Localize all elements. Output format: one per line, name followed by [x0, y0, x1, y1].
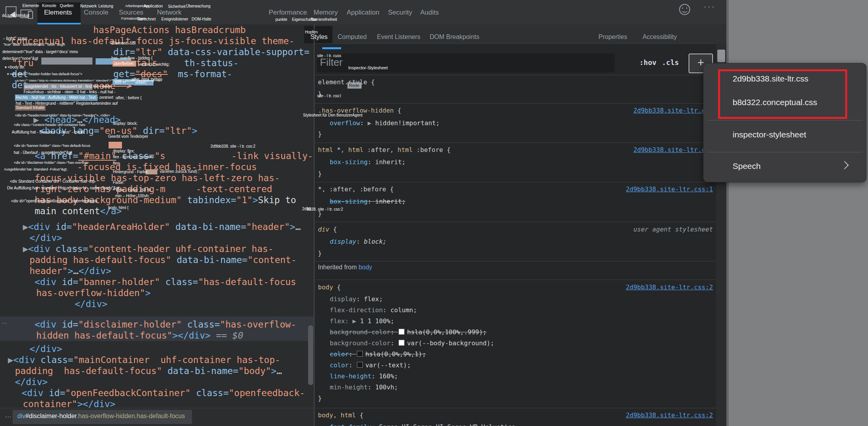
style-declaration[interactable]: *, :after, :before {: [318, 185, 394, 194]
dom-tree-node[interactable]: </div>: [30, 232, 62, 243]
dom-tree-node[interactable]: header">…</div>: [30, 265, 111, 276]
code-segment: *, :after, :before: [318, 185, 386, 193]
breadcrumb-overflow-icon[interactable]: …: [5, 411, 12, 419]
stylesheet-link[interactable]: 2d9bb338.site-ltr.css:1: [626, 185, 713, 194]
stylesheet-link[interactable]: 2d9bb338.site-ltr.css:2: [626, 283, 713, 292]
style-declaration[interactable]: background-color: hsla(0,0%,100%,.999);: [330, 328, 487, 337]
dom-tree-node[interactable]: ▶<div class="content-header uhf-containe…: [23, 243, 273, 254]
stylesheet-link[interactable]: 2d9bb338.site-ltr.css: [633, 146, 713, 154]
style-declaration[interactable]: overflow: ▶ hidden!important;: [330, 119, 440, 128]
sidebar-tab-accessibility[interactable]: Accessibility: [643, 33, 677, 41]
code-segment: :: [390, 328, 398, 336]
style-declaration[interactable]: html *, html :after, html :before {: [318, 146, 451, 154]
dom-tree-node[interactable]: hidden has-default-focus"></div> == $0: [36, 330, 243, 341]
rule-separator: [315, 143, 716, 143]
stylesheet-link[interactable]: 2d9bb338.site-ltr.css: [633, 106, 713, 115]
sidebar-tab-properties[interactable]: Properties: [598, 33, 627, 41]
style-declaration[interactable]: background-color: var(--body-background)…: [330, 339, 494, 348]
style-declaration[interactable]: flex-direction: column;: [330, 306, 417, 315]
style-declaration[interactable]: }: [318, 130, 322, 139]
dom-tree-node[interactable]: </div>: [15, 376, 48, 387]
style-declaration[interactable]: display: flex;: [330, 295, 383, 304]
style-declaration[interactable]: }: [318, 394, 322, 403]
code-segment: background-color: [330, 339, 390, 347]
dom-tree-node[interactable]: padding has-default-focus" data-bi-name=…: [15, 365, 282, 376]
inherited-body-link[interactable]: body: [358, 264, 372, 270]
dom-tree-node[interactable]: container"></div>: [23, 398, 115, 409]
dom-tree-node[interactable]: <div id="openFeedbackContainer" class="o…: [22, 387, 305, 398]
sidebar-tab-styles[interactable]: Styles: [310, 33, 328, 41]
code-segment: </div>: [178, 330, 211, 341]
style-declaration[interactable]: color: hsla(0,0%,9%,1);: [330, 350, 426, 359]
style-declaration[interactable]: element.style {: [318, 78, 375, 87]
style-declaration[interactable]: font-family: Segoe UI,Segoe UI,Segoe WP,…: [330, 423, 515, 426]
tab-performance[interactable]: Performance: [269, 9, 307, 17]
style-declaration[interactable]: div {: [318, 225, 337, 234]
dom-tree-node[interactable]: <div id="banner-holder" class="has-defau…: [35, 276, 296, 287]
tab-sources[interactable]: Sources: [119, 9, 143, 17]
code-segment: var(--text);: [365, 361, 411, 369]
style-declaration[interactable]: body {: [318, 283, 341, 292]
style-declaration[interactable]: flex: ▶ 1 1 100%;: [330, 317, 394, 326]
dom-tree-node[interactable]: ▶<div class="mainContainer uhf-container…: [8, 354, 280, 365]
style-declaration[interactable]: display: block;: [330, 237, 387, 246]
code-segment: min-height: [330, 383, 368, 391]
dom-tree-node[interactable]: ms-format-: [178, 69, 232, 80]
translation-overlay-text: versteckt! wichtig;: [139, 62, 170, 67]
tab-memory[interactable]: Memory: [314, 9, 338, 17]
style-declaration[interactable]: color: var(--text);: [330, 361, 411, 370]
dom-tree-node[interactable]: -link visually-: [231, 150, 313, 161]
translation-overlay-text: :after, : before {: [115, 96, 142, 100]
sidebar-tab-event-listeners[interactable]: Event Listeners: [377, 33, 420, 41]
code-segment: header": [30, 266, 68, 276]
dom-tree-node[interactable]: padding has-default-focus" data-bi-name=…: [30, 254, 297, 265]
tab-application[interactable]: Application: [347, 9, 379, 17]
style-declaration[interactable]: }: [318, 249, 322, 258]
more-menu-icon[interactable]: ···: [704, 2, 716, 12]
breadcrumb-classes: .has-overflow-hidden.has-default-focus: [76, 413, 185, 419]
color-swatch[interactable]: [357, 362, 363, 368]
tab-console[interactable]: Console: [84, 9, 108, 17]
code-segment: 160%;: [379, 372, 398, 380]
code-segment: display: [330, 238, 356, 245]
styles-scrollbar-thumb[interactable]: [717, 50, 725, 62]
style-declaration[interactable]: line-height: 160%;: [330, 372, 398, 381]
menu-item-speech[interactable]: Speech: [733, 161, 761, 171]
style-declaration[interactable]: box-sizing: inherit;: [330, 197, 406, 206]
color-swatch[interactable]: [357, 351, 363, 357]
breadcrumb[interactable]: div#disclaimer-holder.has-overflow-hidde…: [17, 413, 185, 420]
tab-security[interactable]: Security: [388, 9, 412, 17]
color-swatch[interactable]: [399, 329, 404, 335]
panel-divider[interactable]: [314, 24, 315, 426]
style-declaration[interactable]: min-height: 100vh;: [330, 383, 398, 392]
style-declaration[interactable]: body, html {: [318, 411, 364, 420]
code-segment: html: [318, 146, 333, 154]
tab-elements[interactable]: Elements: [44, 9, 72, 17]
tab-network[interactable]: Network: [157, 9, 181, 17]
color-swatch[interactable]: [399, 340, 404, 346]
dom-tree-node[interactable]: hasPageActions hasBreadcrumb: [93, 24, 246, 35]
dom-tree-node[interactable]: has-overflow-hidden">: [36, 287, 151, 298]
dom-tree-node[interactable]: <div id="disclaimer-holder" class="has-o…: [35, 319, 296, 330]
dom-tree-node[interactable]: -text-centered: [196, 183, 272, 194]
dom-tree-node[interactable]: </div>: [75, 298, 107, 309]
dom-tree-node[interactable]: th-status-: [184, 57, 238, 69]
elements-scrollbar-thumb[interactable]: [308, 325, 313, 385]
code-segment: ▶: [368, 119, 375, 127]
toggle-hov-button[interactable]: :hov: [639, 58, 656, 67]
code-segment: >: [271, 366, 277, 376]
feedback-smiley-icon[interactable]: [679, 4, 690, 15]
sidebar-tab-dom-breakpoints[interactable]: DOM Breakpoints: [430, 33, 479, 41]
toggle-cls-button[interactable]: .cls: [662, 58, 679, 67]
translation-overlay-text: ausgeblendet - bis - fokussiert ist - fe…: [24, 84, 112, 89]
stylesheet-link[interactable]: 2d9bb338.site-ltr.css:2: [626, 411, 713, 420]
translation-overlay-text: Auffüllung hat - Standard - Fokus" - Inh…: [12, 130, 84, 135]
menu-item-inspector-stylesheet[interactable]: inspector-stylesheet: [733, 130, 806, 139]
dom-tree-node[interactable]: </div>: [30, 343, 62, 354]
style-declaration[interactable]: box-sizing: inherit;: [330, 158, 406, 167]
tab-audits[interactable]: Audits: [420, 9, 439, 17]
dom-tree-node[interactable]: ▶<div id="headerAreaHolder" data-bi-name…: [23, 221, 301, 232]
style-declaration[interactable]: }: [318, 170, 322, 178]
code-segment: "content-: [247, 255, 297, 265]
sidebar-tab-computed[interactable]: Computed: [338, 33, 367, 41]
